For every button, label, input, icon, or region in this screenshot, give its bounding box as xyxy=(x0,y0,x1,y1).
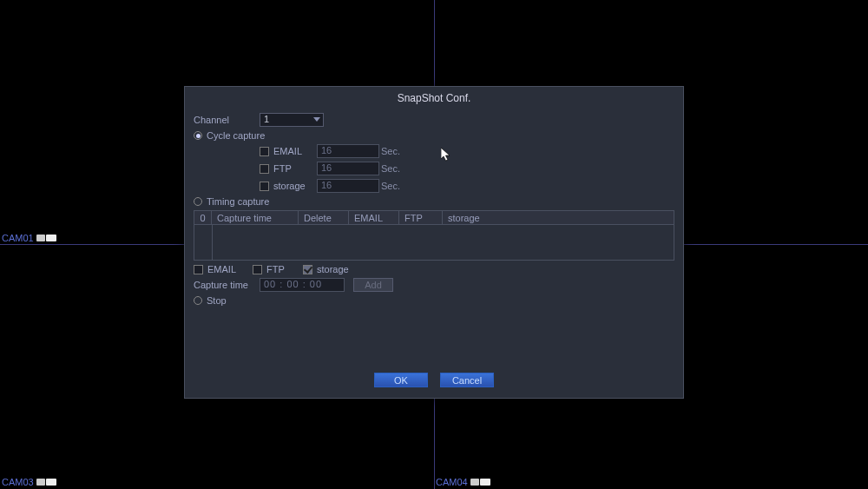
col-storage: storage xyxy=(443,211,674,224)
ok-button[interactable]: OK xyxy=(374,373,428,387)
add-email-checkbox[interactable] xyxy=(194,265,203,274)
camera-icon xyxy=(480,479,490,486)
col-capture-time: Capture time xyxy=(212,211,299,224)
snapshot-conf-dialog: SnapShot Conf. Channel 1 Cycle capture E… xyxy=(184,86,684,399)
cycle-email-label: EMAIL xyxy=(273,146,317,156)
add-storage-label: storage xyxy=(317,264,349,274)
speaker-icon xyxy=(470,479,479,486)
cycle-ftp-label: FTP xyxy=(273,163,317,174)
cycle-capture-label: Cycle capture xyxy=(207,130,265,141)
stop-label: Stop xyxy=(207,295,227,306)
sec-unit: Sec. xyxy=(381,181,400,191)
cycle-ftp-checkbox[interactable] xyxy=(260,164,269,174)
channel-select[interactable]: 1 xyxy=(260,113,324,127)
camera-icon xyxy=(46,479,56,486)
capture-time-label: Capture time xyxy=(194,280,260,290)
timing-table: 0 Capture time Delete EMAIL FTP storage xyxy=(194,210,674,261)
table-body xyxy=(194,225,674,260)
timing-capture-radio[interactable] xyxy=(194,197,202,206)
speaker-icon xyxy=(36,235,45,241)
camera-icon xyxy=(46,235,56,241)
cycle-email-checkbox[interactable] xyxy=(260,147,269,156)
add-ftp-label: FTP xyxy=(266,264,303,274)
stop-radio[interactable] xyxy=(194,296,202,305)
sec-unit: Sec. xyxy=(381,163,400,174)
timing-capture-label: Timing capture xyxy=(207,196,269,207)
sec-unit: Sec. xyxy=(381,146,400,156)
cycle-capture-radio[interactable] xyxy=(194,131,202,140)
cycle-storage-label: storage xyxy=(273,181,317,191)
dialog-title: SnapShot Conf. xyxy=(185,87,683,113)
channel-label: Channel xyxy=(194,115,260,125)
capture-time-input[interactable]: 00 : 00 : 00 xyxy=(260,278,345,292)
add-ftp-checkbox[interactable] xyxy=(253,265,262,274)
cycle-storage-checkbox[interactable] xyxy=(260,182,269,191)
cycle-ftp-input[interactable]: 16 xyxy=(317,162,379,175)
col-index: 0 xyxy=(194,211,212,224)
cam03-label: CAM03 xyxy=(2,477,56,487)
cam04-label: CAM04 xyxy=(436,477,490,487)
cycle-email-input[interactable]: 16 xyxy=(317,144,379,158)
col-delete: Delete xyxy=(299,211,349,224)
col-ftp: FTP xyxy=(399,211,443,224)
col-email: EMAIL xyxy=(349,211,399,224)
cancel-button[interactable]: Cancel xyxy=(440,373,494,387)
add-storage-checkbox[interactable] xyxy=(303,265,312,274)
add-email-label: EMAIL xyxy=(207,264,253,274)
cam01-label: CAM01 xyxy=(2,233,56,243)
add-button[interactable]: Add xyxy=(353,278,393,292)
cycle-storage-input[interactable]: 16 xyxy=(317,179,379,193)
speaker-icon xyxy=(36,479,45,486)
